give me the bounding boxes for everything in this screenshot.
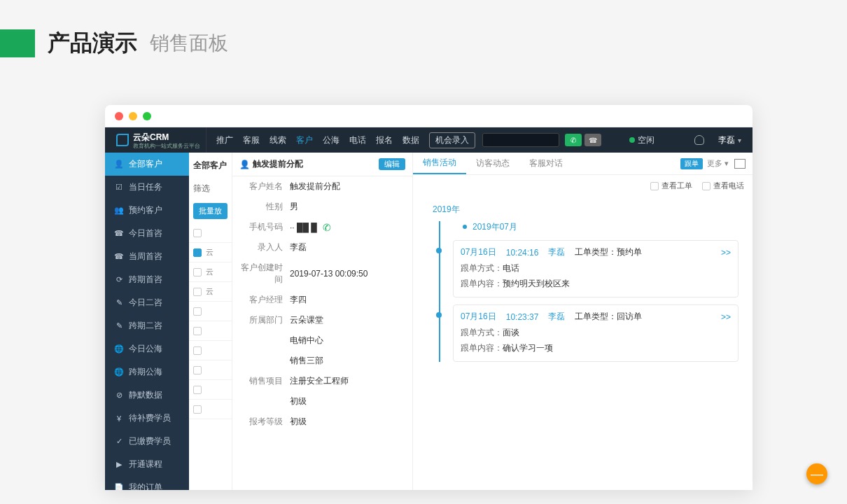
sidebar-item-14[interactable]: 📄我的订单	[105, 476, 189, 490]
minimize-icon[interactable]	[129, 112, 137, 120]
list-item[interactable]: 云	[189, 262, 232, 282]
nav-item-6[interactable]: 报名	[376, 134, 393, 146]
nav-item-1[interactable]: 客服	[243, 134, 260, 146]
sidebar-item-label: 预约客户	[129, 204, 162, 216]
field-value: 注册安全工程师	[290, 375, 405, 387]
call-icon[interactable]: ✆	[565, 134, 582, 146]
phone-icon[interactable]: ✆	[323, 222, 331, 233]
list-item-text: 云	[206, 286, 214, 297]
sidebar-item-8[interactable]: 🌐今日公海	[105, 337, 189, 360]
nav-item-3[interactable]: 客户	[296, 134, 313, 146]
view-tickets-checkbox[interactable]: 查看工单	[650, 181, 692, 191]
checkbox[interactable]	[193, 288, 202, 296]
copy-icon[interactable]	[734, 159, 746, 169]
cloud-icon	[116, 134, 129, 146]
card-date: 07月16日	[461, 246, 496, 258]
sidebar-item-label: 今日二咨	[129, 297, 162, 309]
edit-button[interactable]: 编辑	[379, 158, 405, 170]
opportunity-button[interactable]: 机会录入	[429, 132, 475, 148]
list-item[interactable]	[189, 223, 232, 243]
more-button[interactable]: 更多 ▾	[707, 158, 729, 169]
nav-item-7[interactable]: 数据	[402, 134, 419, 146]
bell-icon[interactable]	[694, 135, 704, 145]
nav-item-5[interactable]: 电话	[349, 134, 366, 146]
detail-title: 触发提前分配	[253, 158, 303, 170]
detail-header: 👤 触发提前分配 编辑	[232, 153, 412, 176]
list-item[interactable]	[189, 400, 232, 419]
card-row-label: 跟单方式：	[461, 328, 503, 337]
nav-item-0[interactable]: 推广	[216, 134, 233, 146]
field-value: 云朵课堂	[290, 314, 405, 326]
checkbox[interactable]	[193, 268, 202, 276]
followup-badge[interactable]: 跟单	[680, 158, 703, 169]
card-time: 10:24:16	[506, 248, 539, 258]
list-item[interactable]: 云	[189, 243, 232, 262]
list-item[interactable]: 云	[189, 282, 232, 302]
nav-item-2[interactable]: 线索	[270, 134, 286, 146]
checkbox[interactable]	[193, 346, 202, 355]
checkbox[interactable]	[193, 366, 202, 374]
status-indicator[interactable]: 空闲	[629, 134, 654, 146]
app-window: 云朵CRM 教育机构一站式服务云平台 推广客服线索客户公海电话报名数据 机会录入…	[105, 105, 752, 490]
brand-logo[interactable]: 云朵CRM 教育机构一站式服务云平台	[111, 127, 206, 153]
sidebar-item-label: 当日任务	[129, 181, 162, 193]
fab-button[interactable]: —	[806, 463, 827, 484]
list-item[interactable]	[189, 360, 232, 380]
sidebar-item-7[interactable]: ✎跨期二咨	[105, 314, 189, 337]
sidebar-item-2[interactable]: 👥预约客户	[105, 199, 189, 222]
sidebar-item-11[interactable]: ¥待补费学员	[105, 407, 189, 430]
card-type: 工单类型：回访单	[575, 311, 642, 323]
field-label: 客户姓名	[239, 181, 290, 192]
filter-label[interactable]: 筛选	[189, 178, 232, 199]
card-type: 工单类型：预约单	[575, 246, 642, 258]
sidebar-item-12[interactable]: ✓已缴费学员	[105, 430, 189, 453]
checkbox[interactable]	[193, 229, 202, 237]
sidebar-item-13[interactable]: ▶开通课程	[105, 453, 189, 476]
search-input[interactable]	[482, 133, 559, 147]
list-item[interactable]	[189, 341, 232, 360]
checkbox[interactable]	[193, 248, 202, 257]
sidebar-item-label: 开通课程	[129, 458, 162, 470]
nav-item-4[interactable]: 公海	[323, 134, 340, 146]
checkbox[interactable]	[193, 307, 202, 316]
timeline-month: 2019年07月	[472, 221, 738, 233]
detail-field: 所属部门云朵课堂	[232, 310, 412, 330]
detail-field: 初级	[232, 391, 412, 412]
field-label: 手机号码	[239, 221, 290, 233]
checkbox[interactable]	[193, 386, 202, 394]
detail-field: 客户姓名触发提前分配	[232, 176, 412, 197]
call-controls: ✆ ☎	[565, 134, 601, 146]
expand-button[interactable]: >>	[721, 248, 731, 258]
close-icon[interactable]	[115, 112, 123, 120]
sidebar-item-3[interactable]: ☎今日首咨	[105, 222, 189, 245]
view-calls-checkbox[interactable]: 查看电话	[702, 181, 744, 191]
sidebar-item-5[interactable]: ⟳跨期首咨	[105, 268, 189, 291]
sidebar-item-6[interactable]: ✎今日二咨	[105, 291, 189, 314]
card-row-value: 确认学习一项	[503, 343, 553, 353]
page-header: 产品演示 销售面板	[0, 0, 847, 73]
activity-tab-0[interactable]: 销售活动	[413, 153, 466, 174]
field-label: 客户经理	[239, 294, 290, 306]
sidebar-item-10[interactable]: ⊘静默数据	[105, 384, 189, 407]
sidebar-item-label: 已缴费学员	[129, 435, 171, 447]
maximize-icon[interactable]	[143, 112, 151, 120]
sidebar-item-0[interactable]: 👤全部客户	[105, 153, 189, 176]
sidebar-item-4[interactable]: ☎当周首咨	[105, 245, 189, 268]
activity-tab-1[interactable]: 访客动态	[466, 153, 519, 174]
list-item[interactable]	[189, 302, 232, 321]
activity-tab-2[interactable]: 客服对话	[519, 153, 573, 174]
expand-button[interactable]: >>	[721, 312, 731, 322]
user-menu[interactable]: 李磊 ▾	[718, 134, 741, 146]
checkbox[interactable]	[193, 405, 202, 414]
sidebar-icon: 📄	[115, 484, 123, 491]
sidebar-icon: ☎	[115, 253, 123, 261]
field-value: 初级	[290, 396, 405, 407]
sidebar-item-9[interactable]: 🌐跨期公海	[105, 360, 189, 384]
field-value: 李四	[290, 294, 405, 306]
list-item[interactable]	[189, 321, 232, 341]
hangup-icon[interactable]: ☎	[584, 134, 601, 146]
checkbox[interactable]	[193, 327, 202, 335]
batch-button[interactable]: 批量放	[193, 203, 227, 219]
sidebar-item-1[interactable]: ☑当日任务	[105, 176, 189, 199]
list-item[interactable]	[189, 380, 232, 400]
